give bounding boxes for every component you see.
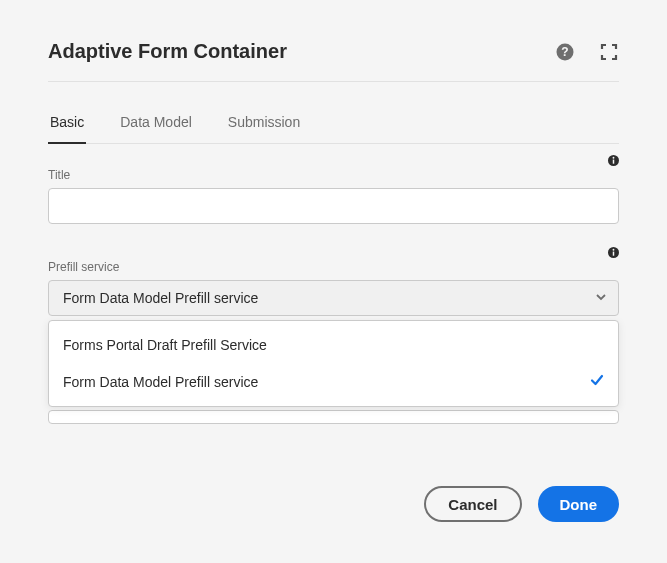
tab-data-model[interactable]: Data Model (118, 102, 194, 143)
title-input[interactable] (48, 188, 619, 224)
done-button[interactable]: Done (538, 486, 620, 522)
prefill-select-wrapper: Form Data Model Prefill service Forms Po… (48, 280, 619, 316)
prefill-selected-value: Form Data Model Prefill service (63, 290, 258, 306)
fullscreen-icon[interactable] (599, 42, 619, 62)
svg-text:?: ? (561, 45, 568, 59)
tab-submission[interactable]: Submission (226, 102, 302, 143)
header-actions: ? (555, 42, 619, 62)
collapsed-block (48, 410, 619, 424)
prefill-dropdown: Forms Portal Draft Prefill Service Form … (48, 320, 619, 407)
cancel-button[interactable]: Cancel (424, 486, 521, 522)
tab-list: Basic Data Model Submission (48, 102, 619, 144)
field-title-label-row (48, 154, 619, 168)
dialog-header: Adaptive Form Container ? (48, 40, 619, 82)
field-prefill-label-row (48, 246, 619, 260)
tab-basic[interactable]: Basic (48, 102, 86, 143)
prefill-option-label: Form Data Model Prefill service (63, 374, 258, 390)
prefill-option-1[interactable]: Form Data Model Prefill service (49, 363, 618, 400)
check-icon (590, 373, 604, 390)
prefill-option-label: Forms Portal Draft Prefill Service (63, 337, 267, 353)
svg-point-7 (612, 248, 614, 250)
dialog-footer: Cancel Done (48, 486, 619, 522)
prefill-option-0[interactable]: Forms Portal Draft Prefill Service (49, 327, 618, 363)
help-icon[interactable]: ? (555, 42, 575, 62)
field-prefill-group: Prefill service Form Data Model Prefill … (48, 246, 619, 424)
prefill-select[interactable]: Form Data Model Prefill service (48, 280, 619, 316)
dialog-container: Adaptive Form Container ? Basic Data Mod… (0, 0, 667, 550)
svg-rect-6 (612, 251, 613, 255)
info-icon[interactable] (607, 154, 619, 166)
info-icon[interactable] (607, 246, 619, 258)
svg-point-4 (612, 156, 614, 158)
title-label: Title (48, 168, 619, 188)
prefill-label: Prefill service (48, 260, 619, 280)
field-title-group: Title (48, 154, 619, 224)
svg-rect-3 (612, 159, 613, 163)
dialog-title: Adaptive Form Container (48, 40, 287, 63)
